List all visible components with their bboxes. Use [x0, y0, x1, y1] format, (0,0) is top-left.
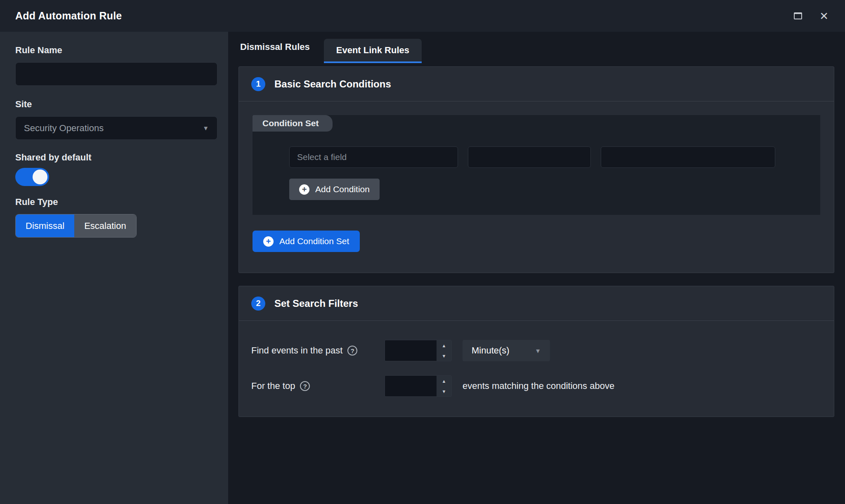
add-condition-set-label: Add Condition Set	[279, 236, 349, 246]
add-condition-set-button[interactable]: + Add Condition Set	[253, 231, 360, 252]
rule-type-option-escalation[interactable]: Escalation	[74, 214, 136, 237]
basic-search-conditions-panel: 1 Basic Search Conditions Condition Set …	[238, 66, 834, 273]
top-events-input[interactable]	[385, 376, 437, 396]
stepper-arrows: ▲ ▼	[437, 340, 451, 361]
site-select[interactable]: Security Operations ▼	[15, 116, 217, 140]
top-events-row: For the top ? ▲ ▼ events matching the co…	[251, 375, 821, 397]
shared-by-default-label: Shared by default	[15, 152, 217, 163]
set-search-filters-header: 2 Set Search Filters	[239, 286, 834, 321]
plus-icon: +	[299, 184, 309, 195]
add-automation-rule-dialog: Add Automation Rule ✕ Rule Name Site Sec…	[0, 0, 845, 504]
basic-search-conditions-title: Basic Search Conditions	[274, 78, 391, 90]
condition-row	[289, 146, 820, 168]
set-search-filters-title: Set Search Filters	[274, 298, 358, 309]
find-events-label: Find events in the past	[251, 345, 342, 356]
sidebar: Rule Name Site Security Operations ▼ Sha…	[0, 32, 228, 504]
help-icon[interactable]: ?	[300, 381, 310, 391]
condition-operator-input[interactable]	[468, 146, 591, 168]
find-events-row: Find events in the past ? ▲ ▼ Minute(s)	[251, 340, 821, 361]
shared-by-default-toggle[interactable]	[15, 168, 49, 186]
past-duration-stepper: ▲ ▼	[385, 340, 452, 361]
toggle-knob	[33, 170, 47, 184]
rule-type-option-dismissal[interactable]: Dismissal	[16, 214, 74, 237]
rule-name-label: Rule Name	[15, 45, 217, 56]
set-search-filters-panel: 2 Set Search Filters Find events in the …	[238, 286, 834, 417]
top-events-stepper: ▲ ▼	[385, 375, 452, 397]
top-events-label-zone: For the top ?	[251, 381, 376, 391]
rule-type-label: Rule Type	[15, 197, 217, 207]
maximize-icon[interactable]	[794, 12, 802, 19]
find-events-label-zone: Find events in the past ?	[251, 345, 376, 356]
stepper-increment-icon[interactable]: ▲	[437, 376, 451, 386]
basic-search-conditions-header: 1 Basic Search Conditions	[239, 67, 834, 101]
plus-icon: +	[263, 236, 274, 247]
rules-tabs: Dismissal Rules Event Link Rules	[238, 32, 834, 63]
rule-type-segmented-control: Dismissal Escalation	[15, 214, 137, 238]
set-search-filters-body: Find events in the past ? ▲ ▼ Minute(s)	[239, 321, 834, 417]
condition-field-select[interactable]	[289, 146, 458, 168]
condition-set-tab-label: Condition Set	[253, 115, 333, 132]
time-unit-select[interactable]: Minute(s) ▼	[463, 340, 550, 361]
chevron-down-icon: ▼	[203, 125, 209, 132]
step-2-badge: 2	[251, 297, 265, 311]
top-events-label: For the top	[251, 381, 295, 391]
main-area: Dismissal Rules Event Link Rules 1 Basic…	[228, 32, 845, 504]
step-1-badge: 1	[251, 77, 265, 91]
stepper-decrement-icon[interactable]: ▼	[437, 351, 451, 361]
site-select-value: Security Operations	[24, 123, 104, 134]
tab-event-link-rules[interactable]: Event Link Rules	[324, 39, 422, 63]
chevron-down-icon: ▼	[535, 347, 541, 354]
time-unit-value: Minute(s)	[472, 345, 510, 356]
help-icon[interactable]: ?	[347, 346, 357, 356]
close-icon[interactable]: ✕	[819, 11, 828, 21]
top-events-suffix: events matching the conditions above	[463, 381, 614, 391]
dialog-content: Rule Name Site Security Operations ▼ Sha…	[0, 32, 845, 504]
titlebar: Add Automation Rule ✕	[0, 0, 845, 32]
past-duration-input[interactable]	[385, 340, 437, 361]
window-controls: ✕	[794, 11, 828, 21]
condition-set: Condition Set + Add Condition	[253, 115, 820, 215]
site-label: Site	[15, 99, 217, 110]
stepper-arrows: ▲ ▼	[437, 376, 451, 396]
tab-dismissal-rules[interactable]: Dismissal Rules	[238, 42, 312, 52]
basic-search-conditions-body: Condition Set + Add Condition +	[239, 101, 834, 273]
stepper-increment-icon[interactable]: ▲	[437, 340, 451, 351]
add-condition-button[interactable]: + Add Condition	[289, 179, 380, 200]
dialog-title: Add Automation Rule	[15, 10, 122, 22]
stepper-decrement-icon[interactable]: ▼	[437, 386, 451, 396]
condition-value-input[interactable]	[601, 146, 775, 168]
add-condition-label: Add Condition	[315, 184, 370, 194]
rule-name-input[interactable]	[15, 62, 217, 86]
